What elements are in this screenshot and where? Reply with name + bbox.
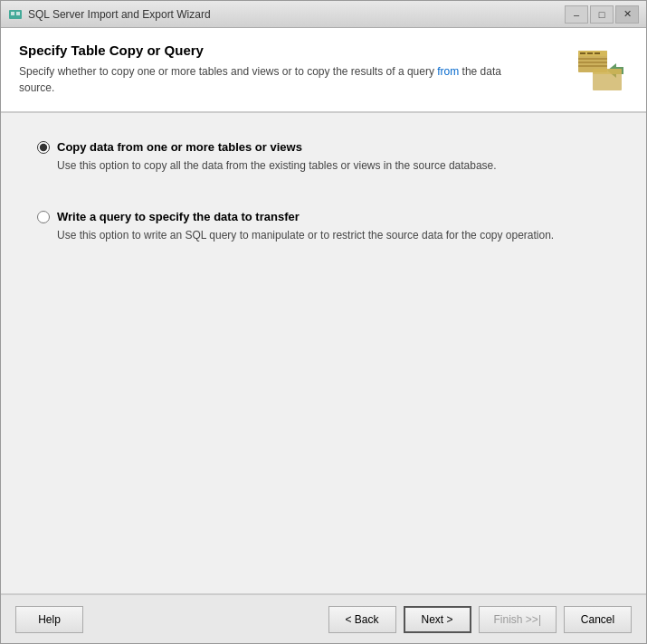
app-icon	[8, 7, 23, 22]
page-description: Specify whether to copy one or more tabl…	[19, 63, 517, 96]
window-title: SQL Server Import and Export Wizard	[28, 8, 211, 21]
description-text-1: Specify whether to copy one or more tabl…	[19, 65, 437, 78]
description-link: from	[437, 65, 459, 78]
query-desc-text: Use this option to write an SQL query to…	[57, 229, 554, 242]
option-item-1: Copy data from one or more tables or vie…	[37, 140, 610, 174]
copy-tables-description: Use this option to copy all the data fro…	[57, 157, 610, 174]
footer-right: < Back Next > Finish >>| Cancel	[328, 606, 632, 633]
svg-rect-13	[593, 69, 622, 74]
finish-button[interactable]: Finish >>|	[479, 606, 557, 633]
svg-rect-9	[578, 62, 607, 63]
write-query-radio[interactable]	[37, 211, 50, 223]
write-query-description: Use this option to write an SQL query to…	[57, 227, 610, 243]
header-section: Specify Table Copy or Query Specify whet…	[1, 28, 646, 113]
svg-rect-5	[580, 52, 585, 54]
svg-rect-8	[578, 58, 607, 60]
page-title: Specify Table Copy or Query	[19, 43, 574, 58]
footer: Help < Back Next > Finish >>| Cancel	[1, 593, 646, 643]
option-item-2: Write a query to specify the data to tra…	[37, 210, 610, 243]
next-button[interactable]: Next >	[404, 606, 471, 633]
maximize-button[interactable]: □	[590, 5, 614, 24]
svg-rect-6	[587, 52, 593, 54]
option-2-label-row: Write a query to specify the data to tra…	[37, 210, 610, 223]
svg-rect-7	[595, 52, 600, 54]
close-button[interactable]: ✕	[615, 5, 639, 24]
option-1-label-row: Copy data from one or more tables or vie…	[37, 140, 610, 154]
header-text: Specify Table Copy or Query Specify whet…	[19, 43, 574, 96]
title-bar-controls: – □ ✕	[565, 5, 639, 24]
main-content: Copy data from one or more tables or vie…	[1, 113, 646, 593]
help-button[interactable]: Help	[15, 606, 83, 633]
title-bar: SQL Server Import and Export Wizard – □ …	[1, 1, 646, 28]
svg-rect-1	[11, 12, 14, 15]
back-button[interactable]: < Back	[328, 606, 396, 633]
write-query-label[interactable]: Write a query to specify the data to tra…	[57, 210, 300, 223]
copy-tables-label[interactable]: Copy data from one or more tables or vie…	[57, 140, 302, 154]
copy-tables-radio[interactable]	[37, 141, 50, 154]
svg-rect-2	[16, 12, 20, 15]
minimize-button[interactable]: –	[565, 5, 588, 24]
svg-rect-10	[578, 65, 607, 67]
header-icon	[574, 43, 628, 97]
title-bar-left: SQL Server Import and Export Wizard	[8, 7, 211, 22]
option-group: Copy data from one or more tables or vie…	[37, 140, 610, 243]
cancel-button[interactable]: Cancel	[564, 606, 632, 633]
